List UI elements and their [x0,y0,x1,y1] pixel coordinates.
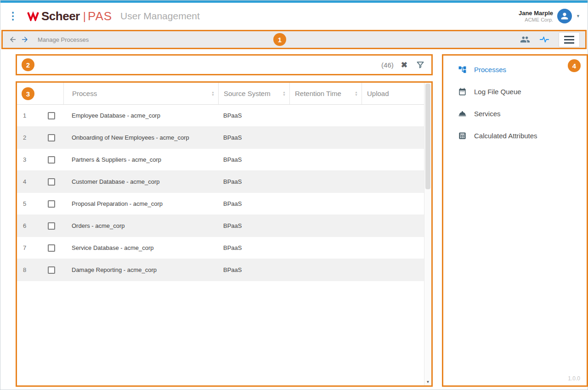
hamburger-menu-button[interactable] [559,32,580,47]
vertical-scrollbar[interactable]: ▼ [424,83,431,385]
logo-product-text: PAS [88,9,112,23]
upload-cell [362,193,424,215]
sidebar-item-calculated-attributes[interactable]: Calculated Attributes [443,124,587,147]
users-group-icon[interactable] [520,34,530,45]
process-cell: Damage Reporting - acme_corp [63,259,218,281]
back-arrow-icon[interactable] [8,35,17,44]
retention-time-cell [289,127,362,148]
row-number: 4 [17,171,39,192]
row-checkbox[interactable] [48,112,55,119]
upload-cell [362,171,424,192]
sidebar-item-label: Processes [474,66,506,73]
row-checkbox[interactable] [48,200,55,208]
table-row: 8Damage Reporting - acme_corpBPaaS [17,259,424,281]
annotation-badge-2: 2 [22,58,34,71]
column-label: Upload [367,90,389,97]
row-checkbox[interactable] [48,156,55,164]
hamburger-bar [564,36,574,37]
version-label: 1.0.0 [568,375,580,382]
column-header-source-system[interactable]: Source System ▲▼ [218,83,289,104]
column-header-retention-time[interactable]: Retention Time ▲▼ [289,83,362,104]
row-number: 3 [17,149,39,170]
column-header-process[interactable]: Process ▲▼ [63,83,218,104]
column-label: Retention Time [295,90,341,97]
forward-arrow-icon[interactable] [20,35,29,44]
retention-time-cell [289,193,362,215]
retention-time-cell [289,259,362,281]
row-checkbox[interactable] [48,222,55,230]
row-number: 7 [17,237,39,259]
scrollbar-thumb[interactable] [425,84,430,189]
table-body: 1Employee Database - acme_corpBPaaS2Onbo… [17,105,424,281]
row-checkbox[interactable] [48,266,55,274]
column-header-upload: Upload [362,83,424,104]
result-count: (46) [381,61,394,69]
row-checkbox-cell [39,193,63,215]
kebab-menu-icon[interactable]: ⋮ [8,11,14,21]
row-number: 8 [17,259,39,281]
row-number: 5 [17,193,39,215]
process-cell: Orders - acme_corp [63,215,218,237]
row-checkbox-cell [39,105,63,126]
calendar-icon [458,87,467,96]
table-row: 6Orders - acme_corpBPaaS [17,215,424,237]
process-cell: Proposal Preparation - acme_corp [63,193,218,215]
row-checkbox[interactable] [48,178,55,186]
clear-filter-icon[interactable]: ✖ [401,61,407,69]
annotation-badge-3: 3 [22,87,34,100]
table-row: 4Customer Database - acme_corpBPaaS [17,171,424,193]
sidebar-item-services[interactable]: Services [443,102,587,124]
user-name: Jane Marple [519,10,553,17]
row-checkbox[interactable] [48,244,55,252]
breadcrumb-toolbar: Manage Processes [1,30,587,49]
retention-time-cell [289,215,362,237]
process-cell: Partners & Suppliers - acme_corp [63,149,218,170]
activity-pulse-icon[interactable] [539,34,549,45]
service-dome-icon [458,109,467,118]
row-checkbox[interactable] [48,134,55,141]
source-system-cell: BPaaS [218,215,289,237]
user-organization: ACME Corp. [519,17,553,23]
hamburger-bar [564,39,574,40]
retention-time-cell [289,171,362,192]
table-row: 7Service Database - acme_corpBPaaS [17,237,424,259]
hamburger-bar [564,42,574,44]
user-menu-caret-icon[interactable]: ▼ [576,14,580,18]
upload-cell [362,237,424,259]
table-row: 1Employee Database - acme_corpBPaaS [17,105,424,127]
process-cell: Service Database - acme_corp [63,237,218,259]
annotation-badge-4: 4 [568,59,581,72]
page-title: User Management [120,11,200,22]
upload-cell [362,149,424,170]
logo-divider: | [83,10,86,23]
scheer-pas-logo: Scheer | PAS [27,9,112,23]
breadcrumb: Manage Processes [38,36,89,43]
sidebar-item-log-file-queue[interactable]: Log File Queue [443,80,587,102]
upload-cell [362,259,424,281]
sort-icon[interactable]: ▲▼ [283,91,286,96]
sort-icon[interactable]: ▲▼ [355,91,358,96]
filter-funnel-icon[interactable] [416,60,425,69]
row-number: 2 [17,127,39,148]
app-header: ⋮ Scheer | PAS User Management Jane Marp… [0,3,588,29]
column-label: Process [72,90,97,97]
source-system-cell: BPaaS [218,149,289,170]
retention-time-cell [289,237,362,259]
process-filter-bar: (46) ✖ [16,54,433,75]
row-number: 1 [17,105,39,126]
table-header-row: Process ▲▼ Source System ▲▼ Retention Ti… [17,83,424,105]
scroll-down-arrow-icon[interactable]: ▼ [424,380,431,384]
row-checkbox-cell [39,215,63,237]
calculator-icon [458,131,467,140]
upload-cell [362,127,424,148]
source-system-cell: BPaaS [218,259,289,281]
sidebar-item-label: Log File Queue [474,88,521,96]
processes-flow-icon [458,65,467,74]
annotation-badge-1: 1 [273,33,286,46]
sidebar-item-processes[interactable]: Processes [443,58,587,80]
sort-icon[interactable]: ▲▼ [211,91,215,96]
toolbar-right [520,32,580,47]
user-avatar-icon[interactable] [557,9,572,23]
upload-cell [362,215,424,237]
search-input[interactable] [39,56,381,74]
